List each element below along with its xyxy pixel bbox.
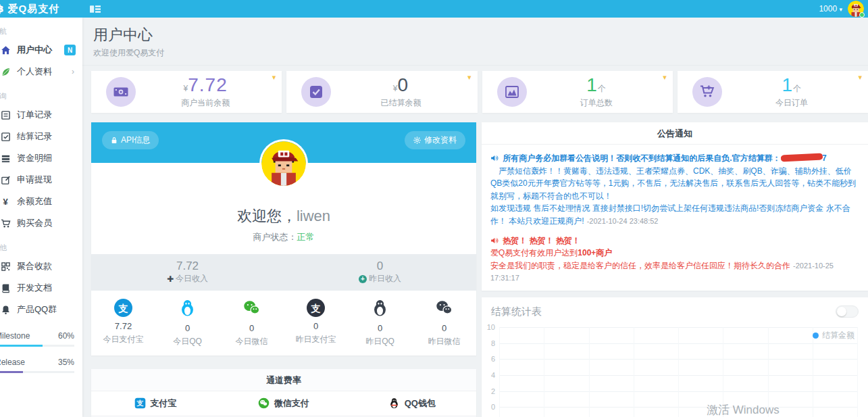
income-label: 今日收入 <box>176 273 208 285</box>
sidebar-item-docs[interactable]: 开发文档 <box>0 277 82 299</box>
svg-text:支: 支 <box>136 399 143 407</box>
chart-plot: 1086420-2-1.00-0.75-0.50-0.250.000.250.5… <box>499 327 857 417</box>
app-logo[interactable]: ฿ 爱Q易支付 <box>0 3 79 16</box>
sidebar-item-label: 聚合收款 <box>17 260 52 272</box>
announcement-item: 所有商户务必加群看公告说明！否则收不到结算通知的后果自负.官方结算群：7 严禁短… <box>490 152 859 228</box>
profile-avatar[interactable] <box>261 141 306 186</box>
sidebar-item-label: 购买会员 <box>17 217 52 229</box>
stat-card-today-orders: ▾ 1个 今日订单 <box>678 71 868 113</box>
user-avatar[interactable] <box>848 1 864 17</box>
activate-windows-watermark: 激活 Windows <box>707 402 780 417</box>
page-subtitle: 欢迎使用爱Q易支付 <box>93 47 857 59</box>
qq-wallet-icon <box>388 397 400 409</box>
caret-down-icon[interactable]: ▾ <box>272 74 276 81</box>
sidebar-item-recharge[interactable]: ¥ 余额充值 <box>0 191 82 212</box>
stat-label: 订单总数 <box>527 97 666 109</box>
profile-card: API信息 修改资料 欢迎您，liwen 商户状态：正常 <box>91 122 476 355</box>
check-square-icon <box>301 77 331 107</box>
progress-label: Milestone <box>0 331 30 341</box>
yesterday-income: 0 +昨日收入 <box>284 254 476 291</box>
yen-icon: ¥ <box>0 196 11 207</box>
welcome-line: 欢迎您，liwen <box>91 206 476 226</box>
pay-stat-label: 今日支付宝 <box>91 334 155 345</box>
fee-channel-name: QQ钱包 <box>405 398 436 408</box>
edit-profile-label: 修改资料 <box>424 134 457 146</box>
toggle-knob <box>837 307 846 316</box>
check-square-icon <box>0 131 11 142</box>
avatar-image <box>261 141 306 186</box>
sidebar-section-query: 查询 <box>0 91 77 101</box>
wechat-icon <box>242 309 261 319</box>
sidebar-item-label: 个人资料 <box>17 66 52 78</box>
cart-icon <box>0 218 11 228</box>
settlement-chart-card: 结算统计表 1086420-2-1.00-0.75-0.50-0.250.000… <box>482 297 868 417</box>
sidebar-item-orders[interactable]: 订单记录 <box>0 104 82 126</box>
income-band: 7.72 ✚今日收入 0 +昨日收入 <box>91 254 476 291</box>
stat-unit: 个 <box>793 84 801 93</box>
sidebar-item-settlements[interactable]: 结算记录 <box>0 126 82 147</box>
sidebar-section-other: 其他 <box>0 243 77 253</box>
speaker-icon <box>490 153 501 163</box>
pay-stat-value: 0 <box>348 323 412 333</box>
caret-down-icon[interactable]: ▾ <box>663 74 667 81</box>
v-gridline <box>544 327 544 417</box>
sidebar-item-membership[interactable]: 购买会员 <box>0 212 82 234</box>
sidebar-item-withdraw[interactable]: 申请提现 <box>0 169 82 191</box>
y-tick-label: 6 <box>491 355 495 363</box>
sidebar-item-funds[interactable]: 资金明细 <box>0 147 82 169</box>
user-menu[interactable]: 1000 ▾ <box>819 4 842 14</box>
announcements-title: 公告通知 <box>482 122 868 145</box>
plus-icon: ✚ <box>167 274 174 284</box>
caret-down-icon[interactable]: ▾ <box>858 74 862 81</box>
status-label: 商户状态： <box>253 232 297 242</box>
sidebar-item-user-center[interactable]: 用户中心 N <box>0 39 82 61</box>
pay-stat-today-qq: 0 今日QQ <box>155 299 220 347</box>
income-value: 0 <box>284 260 476 273</box>
chart-legend[interactable]: 结算金额 <box>813 330 854 341</box>
announcement-bold-text: 100+商户 <box>578 248 612 257</box>
announcement-headline: 热贺！ 热贺！ 热贺！ <box>503 236 580 245</box>
y-tick-label: 10 <box>487 323 495 331</box>
pay-stat-today-wechat: 0 今日微信 <box>220 299 284 347</box>
online-status-dot <box>859 12 865 18</box>
y-tick-label: 8 <box>491 339 495 347</box>
v-gridline <box>589 327 590 417</box>
income-label: 昨日收入 <box>369 273 401 285</box>
legend-label: 结算金额 <box>822 330 854 341</box>
stat-value: 1 <box>586 74 598 95</box>
sidebar-item-label: 申请提现 <box>17 174 52 186</box>
edit-profile-button[interactable]: 修改资料 <box>405 131 465 149</box>
pay-stat-label: 今日微信 <box>220 336 284 347</box>
page-header: 用户中心 欢迎使用爱Q易支付 <box>82 18 868 66</box>
chart-toggle[interactable] <box>836 305 859 318</box>
pay-stat-label: 今日QQ <box>155 336 220 347</box>
sidebar: 导航 用户中心 N 个人资料 › 查询 订单记录 结算记录 资金明细 申请提现 … <box>0 18 82 417</box>
progress-label: Release <box>0 358 25 367</box>
pay-stat-value: 0 <box>220 323 284 333</box>
pay-stat-label: 昨日微信 <box>412 336 476 347</box>
progress-bar <box>0 371 74 373</box>
fee-channel-alipay: 支 支付宝 <box>91 397 220 410</box>
y-tick-label: 2 <box>491 387 495 395</box>
today-income: 7.72 ✚今日收入 <box>91 254 284 291</box>
fee-channel-name: 支付宝 <box>150 398 176 408</box>
sidebar-item-label: 产品QQ群 <box>17 303 57 316</box>
sidebar-item-aggregate-pay[interactable]: 聚合收款 <box>0 255 82 277</box>
v-gridline <box>857 327 858 417</box>
y-tick-label: 0 <box>491 403 495 411</box>
stat-label: 已结算余额 <box>331 97 470 109</box>
announcement-line: 严禁短信轰炸！！黄赌毒、违法违规、王者荣耀点券、CDK、抽奖、刷QB、诈骗、辅助… <box>490 165 859 203</box>
sidebar-item-qq-group[interactable]: 产品QQ群 <box>0 299 82 320</box>
pay-stat-value: 7.72 <box>91 321 155 331</box>
book-icon <box>0 283 11 293</box>
sidebar-toggle-icon[interactable] <box>90 5 101 14</box>
alipay-icon: 支 <box>114 299 132 317</box>
api-info-button[interactable]: API信息 <box>102 131 159 149</box>
stat-value: 7.72 <box>188 74 228 95</box>
pay-stat-label: 昨日支付宝 <box>284 334 348 345</box>
y-tick-label: 4 <box>491 371 495 379</box>
banknote-icon <box>106 77 136 107</box>
pay-stat-yesterday-wechat: 0 昨日微信 <box>412 299 476 347</box>
caret-down-icon[interactable]: ▾ <box>467 74 471 81</box>
sidebar-item-profile[interactable]: 个人资料 › <box>0 61 82 82</box>
